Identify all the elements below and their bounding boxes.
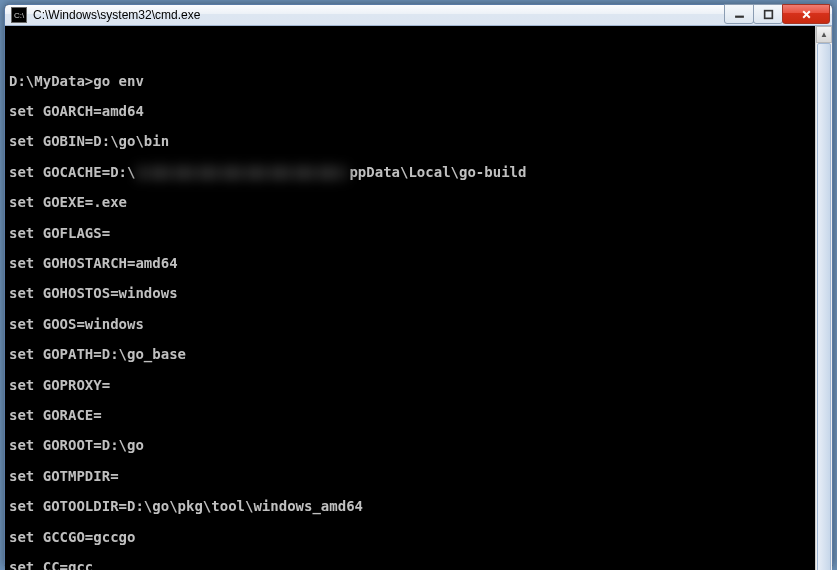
env-line: set GOHOSTARCH=amd64: [9, 256, 815, 271]
svg-rect-1: [764, 10, 772, 18]
title-bar[interactable]: C:\ C:\Windows\system32\cmd.exe: [5, 5, 832, 26]
terminal-output[interactable]: D:\MyData>go env set GOARCH=amd64 set GO…: [5, 26, 815, 570]
env-line: set GORACE=: [9, 408, 815, 423]
scroll-up-arrow[interactable]: ▲: [816, 26, 832, 43]
env-line: set GOTOOLDIR=D:\go\pkg\tool\windows_amd…: [9, 499, 815, 514]
env-line: set GOCACHE=D:\ppData\Local\go-build: [9, 165, 815, 180]
redacted-text: [137, 166, 347, 180]
env-line: set GCCGO=gccgo: [9, 530, 815, 545]
env-line: set GOBIN=D:\go\bin: [9, 134, 815, 149]
env-line: set GOFLAGS=: [9, 226, 815, 241]
vertical-scrollbar[interactable]: ▲ ▼: [815, 26, 832, 570]
env-line: set GOTMPDIR=: [9, 469, 815, 484]
command-text: go env: [93, 74, 144, 89]
window-controls: [725, 5, 830, 25]
cmd-icon: C:\: [11, 7, 27, 23]
env-line: set CC=gcc: [9, 560, 815, 570]
maximize-button[interactable]: [753, 4, 783, 24]
env-line: set GOHOSTOS=windows: [9, 286, 815, 301]
env-line: set GOOS=windows: [9, 317, 815, 332]
scroll-thumb[interactable]: [817, 43, 831, 570]
minimize-button[interactable]: [724, 4, 754, 24]
cmd-window: C:\ C:\Windows\system32\cmd.exe D:\MyDat…: [4, 4, 833, 566]
close-button[interactable]: [782, 4, 830, 24]
prompt-path: D:\MyData>: [9, 74, 93, 89]
env-line: set GOPROXY=: [9, 378, 815, 393]
terminal-area: D:\MyData>go env set GOARCH=amd64 set GO…: [5, 26, 832, 570]
window-title: C:\Windows\system32\cmd.exe: [33, 8, 725, 22]
scroll-track[interactable]: [816, 43, 832, 570]
env-line: set GOEXE=.exe: [9, 195, 815, 210]
env-line: set GOPATH=D:\go_base: [9, 347, 815, 362]
env-line: set GOARCH=amd64: [9, 104, 815, 119]
env-line: set GOROOT=D:\go: [9, 438, 815, 453]
